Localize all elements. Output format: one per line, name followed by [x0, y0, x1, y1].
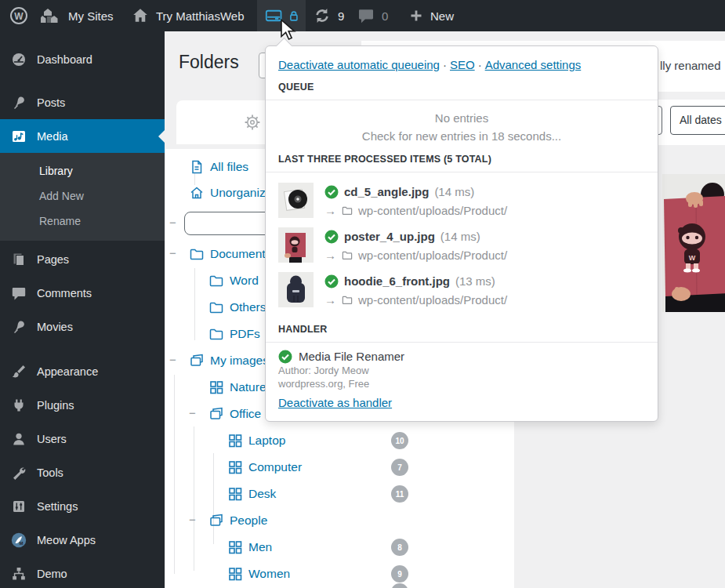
mouse-cursor [279, 19, 298, 42]
tree-item-computer[interactable]: Computer 7 [165, 454, 514, 481]
submenu-item-add-new[interactable]: Add New [0, 183, 165, 209]
comment-bubble-icon [357, 7, 375, 24]
count-badge: 10 [391, 432, 408, 449]
poster-thumbnail[interactable] [278, 227, 314, 263]
comments-icon [11, 285, 27, 301]
submenu-item-library[interactable]: Library [0, 158, 165, 183]
tree-label: Office [230, 407, 261, 421]
sidebar-item-pages[interactable]: Pages [0, 242, 165, 276]
collapse-marker[interactable]: − [169, 353, 176, 366]
collapse-marker[interactable]: − [169, 246, 176, 260]
collapse-marker[interactable]: − [169, 216, 176, 229]
success-check-icon [324, 185, 339, 199]
count-badge: 11 [391, 485, 408, 503]
collapse-marker[interactable]: − [189, 513, 196, 526]
folder-icon [341, 249, 353, 261]
tree-item-men[interactable]: Men 8 [165, 534, 514, 561]
tree-item-desk[interactable]: Desk 11 [165, 481, 514, 507]
tree-label: Computer [248, 460, 302, 474]
media-icon [11, 129, 27, 144]
date-filter-select[interactable]: All dates [670, 106, 725, 135]
tree-label: PDFs [230, 327, 260, 341]
my-sites-menu[interactable]: My Sites [33, 0, 121, 31]
sidebar-item-users[interactable]: Users [0, 422, 165, 456]
settings-icon [11, 499, 27, 514]
tree-item-people[interactable]: − People [165, 507, 514, 534]
sidebar-item-appearance[interactable]: Appearance [0, 354, 165, 388]
queue-countdown-text: Check for new entries in 18 seconds... [266, 127, 658, 145]
collapse-marker[interactable]: − [189, 406, 196, 419]
sidebar-item-plugins[interactable]: Plugins [0, 388, 165, 422]
new-content-menu[interactable]: New [401, 0, 462, 31]
processed-section-header: LAST THREE PROCESSED ITEMS (5 TOTAL) [266, 151, 658, 172]
deactivate-queueing-link[interactable]: Deactivate automatic queueing [278, 58, 440, 71]
plus-icon [409, 9, 423, 23]
file-icon [189, 159, 205, 175]
cd-thumbnail[interactable] [278, 183, 314, 218]
pages-icon [11, 252, 27, 267]
arrow-icon: → [324, 246, 336, 264]
updates-count: 9 [338, 9, 344, 23]
sidebar-label-plugins: Plugins [37, 399, 74, 412]
processed-file-name: poster_4_up.jpg [344, 227, 435, 246]
grid-icon [208, 379, 224, 395]
arrow-icon: → [324, 201, 336, 220]
pushpin-icon [11, 95, 27, 111]
media-thumbnail-poster-photo[interactable]: W [662, 174, 725, 312]
tree-item-women[interactable]: Women 9 [165, 561, 514, 587]
comments-menu[interactable]: 0 [350, 0, 396, 31]
success-check-icon [324, 274, 339, 289]
gear-icon[interactable] [244, 114, 261, 131]
sidebar-label-media: Media [37, 130, 68, 143]
sidebar-item-meow-apps[interactable]: M Meow Apps [0, 523, 165, 557]
wordpress-logo-icon: W [9, 6, 28, 25]
grid-icon [227, 486, 243, 502]
gallery-stack-icon [189, 353, 205, 368]
sidebar-item-tools[interactable]: Tools [0, 456, 165, 489]
dashboard-icon [11, 52, 27, 67]
sidebar-label-dashboard: Dashboard [37, 53, 92, 66]
submenu-item-rename[interactable]: Rename [0, 209, 165, 234]
success-check-icon [278, 350, 292, 364]
gallery-stack-icon [208, 513, 224, 528]
gallery-stack-icon [208, 406, 224, 422]
hoodie-thumbnail[interactable] [278, 272, 314, 307]
site-name-label: Try MatthiasWeb [156, 9, 245, 23]
wp-logo-menu[interactable]: W [2, 0, 36, 31]
home-icon [132, 7, 149, 24]
advanced-settings-link[interactable]: Advanced settings [485, 58, 582, 71]
grid-icon [227, 459, 243, 475]
sidebar-item-posts[interactable]: Posts [0, 85, 165, 119]
site-name-menu[interactable]: Try MatthiasWeb [124, 0, 252, 31]
processed-item: hoodie_6_front.jpg (13 ms) → wp-content/… [266, 268, 658, 313]
count-badge: 7 [391, 459, 408, 476]
page-title: Folders [179, 52, 239, 73]
sidebar-label-comments: Comments [37, 287, 92, 299]
folder-icon [208, 299, 224, 315]
meow-apps-icon: M [11, 532, 27, 548]
grid-icon [227, 566, 243, 582]
sidebar-label-meow-apps: Meow Apps [37, 534, 96, 546]
sidebar-label-pages: Pages [37, 253, 69, 266]
notice-text: lly renamed [660, 59, 721, 72]
sidebar-item-demo[interactable]: Demo [0, 557, 165, 588]
processed-dest-path: wp-content/uploads/Product/ [358, 291, 507, 309]
processed-file-name: cd_5_angle.jpg [344, 183, 429, 201]
deactivate-handler-link[interactable]: Deactivate as handler [278, 395, 392, 411]
tree-label: Nature [230, 380, 266, 394]
sidebar-item-settings[interactable]: Settings [0, 489, 165, 523]
sidebar-item-dashboard[interactable]: Dashboard [0, 42, 165, 76]
folder-icon [208, 326, 224, 342]
sidebar-item-movies[interactable]: Movies [0, 310, 165, 343]
home-icon [189, 185, 205, 201]
updates-menu[interactable]: 9 [306, 0, 352, 31]
tree-label: Desk [248, 487, 276, 501]
sidebar-item-comments[interactable]: Comments [0, 276, 165, 310]
tree-item-laptop[interactable]: Laptop 10 [165, 427, 514, 454]
admin-sidebar: Dashboard Posts Media Library Add New Re… [0, 31, 165, 588]
my-sites-icon [41, 7, 61, 24]
seo-link[interactable]: SEO [450, 58, 475, 71]
processed-dest-path: wp-content/uploads/Product/ [358, 201, 507, 220]
sidebar-item-media[interactable]: Media [0, 119, 165, 153]
handler-author: Author: Jordy Meow [278, 365, 645, 378]
